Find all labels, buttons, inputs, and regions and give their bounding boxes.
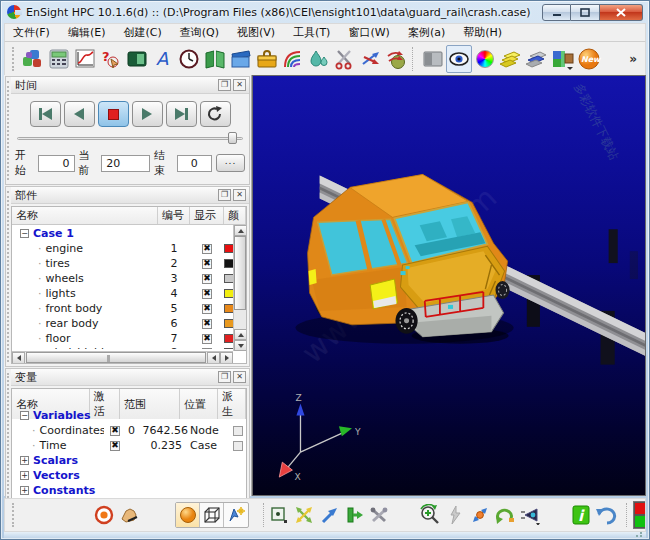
end-time-field[interactable]: 0	[177, 155, 212, 172]
graphics-viewport[interactable]: www.ddooo.com 多彩软件下载站	[252, 75, 646, 496]
wireframe-cube-icon[interactable]	[200, 503, 224, 527]
variables-root-row[interactable]: Variables	[12, 407, 246, 423]
menu-create[interactable]: 创建(C)	[123, 25, 161, 40]
part-row-rear-body[interactable]: ·rear body 6	[12, 316, 233, 331]
time-panel-float-button[interactable]: ❐	[218, 79, 231, 91]
var-group-scalars[interactable]: Scalars	[12, 453, 246, 468]
viewport-layout-icon[interactable]	[420, 45, 446, 73]
maximize-button[interactable]	[571, 4, 600, 21]
scroll-down-button[interactable]	[234, 340, 247, 351]
variables-panel-float-button[interactable]: ❐	[218, 371, 231, 383]
show-checkbox[interactable]	[202, 304, 212, 314]
constants-expander[interactable]	[20, 486, 29, 495]
scalars-expander[interactable]	[20, 456, 29, 465]
menu-help[interactable]: 帮助(H)	[463, 25, 502, 40]
color-swatch[interactable]	[224, 334, 233, 343]
step-first-button[interactable]	[30, 101, 61, 127]
clip-icon[interactable]	[332, 45, 358, 73]
minimize-button[interactable]	[542, 4, 571, 21]
color-swatch[interactable]	[224, 244, 233, 253]
time-panel-close-button[interactable]: ✕	[233, 79, 246, 91]
play-button[interactable]	[132, 101, 163, 127]
gold-layers-icon[interactable]	[498, 45, 524, 73]
scroll-up-button[interactable]	[234, 329, 247, 340]
color-palette-icon[interactable]	[472, 45, 498, 73]
menu-case[interactable]: 案例(a)	[408, 25, 445, 40]
calculator-icon[interactable]	[46, 45, 72, 73]
annotation-icon[interactable]: A	[150, 45, 176, 73]
time-icon[interactable]	[176, 45, 202, 73]
info-icon[interactable]: i	[568, 502, 593, 528]
vectors-expander[interactable]	[20, 471, 29, 480]
menu-view[interactable]: 视图(V)	[237, 25, 275, 40]
color-swatch[interactable]	[224, 304, 233, 313]
start-time-field[interactable]: 0	[38, 155, 75, 172]
flipbook-icon[interactable]	[228, 45, 254, 73]
var-row-coordinates[interactable]: ·Coordinates 07642.56 Node	[12, 423, 246, 438]
parts-horizontal-scrollbar[interactable]	[12, 351, 233, 363]
parts-col-name[interactable]: 名称	[12, 207, 158, 224]
derived-checkbox[interactable]	[233, 426, 243, 436]
blue-layers-icon[interactable]	[524, 45, 550, 73]
menu-file[interactable]: 文件(F)	[13, 25, 50, 40]
scrollbar-thumb[interactable]	[26, 352, 206, 363]
parts-col-show[interactable]: 显示	[190, 207, 224, 224]
exit-icon[interactable]	[341, 502, 366, 528]
scale-icon[interactable]	[467, 502, 492, 528]
loop-button[interactable]	[200, 101, 231, 127]
parts-case-row[interactable]: Case 1	[12, 225, 233, 241]
show-checkbox[interactable]	[202, 244, 212, 254]
look-from-icon[interactable]	[517, 502, 542, 528]
color-swatch[interactable]	[224, 259, 233, 268]
step-last-button[interactable]	[166, 101, 197, 127]
close-button[interactable]	[600, 4, 643, 21]
part-row-front-body[interactable]: ·front body 5	[12, 301, 233, 316]
current-time-field[interactable]: 20	[101, 155, 150, 172]
zoom-reset-icon[interactable]	[417, 502, 442, 528]
scrollbar-thumb[interactable]	[234, 236, 246, 310]
part-row-tires[interactable]: ·tires 2	[12, 256, 233, 271]
part-row-windshield[interactable]: ·windshield 8	[12, 346, 233, 349]
var-group-constants[interactable]: Constants	[12, 483, 246, 498]
isosurface-icon[interactable]	[306, 45, 332, 73]
show-checkbox[interactable]	[202, 319, 212, 329]
show-checkbox[interactable]	[202, 334, 212, 344]
scroll-up-button[interactable]	[234, 225, 247, 236]
record-icon[interactable]	[91, 502, 116, 528]
step-back-button[interactable]	[64, 101, 95, 127]
scroll-left-button[interactable]	[207, 352, 220, 364]
translate-arrow-icon[interactable]	[316, 502, 341, 528]
show-checkbox[interactable]	[202, 289, 212, 299]
scroll-right-button[interactable]	[220, 352, 233, 364]
show-checkbox[interactable]	[202, 259, 212, 269]
palette-red[interactable]	[634, 502, 646, 515]
texture-blocks-icon[interactable]	[550, 45, 576, 73]
shaded-sphere-icon[interactable]	[176, 503, 200, 527]
query-icon[interactable]: ?	[98, 45, 124, 73]
title-bar[interactable]: EnSight HPC 10.1.6(d) :: (D:\Program Fil…	[1, 1, 649, 23]
resize-grip[interactable]	[635, 532, 645, 538]
part-row-floor[interactable]: ·floor 7	[12, 331, 233, 346]
toolbar-drag-handle[interactable]	[12, 47, 17, 71]
pick-sparkle-icon[interactable]	[224, 503, 248, 527]
menu-edit[interactable]: 编辑(E)	[68, 25, 106, 40]
vector-arrow-icon[interactable]	[358, 45, 384, 73]
help-book-icon[interactable]	[202, 45, 228, 73]
active-checkbox[interactable]	[110, 441, 120, 451]
time-slider[interactable]	[17, 132, 243, 144]
time-slider-handle[interactable]	[228, 132, 237, 144]
parts-vertical-scrollbar[interactable]	[233, 225, 246, 351]
parts-col-id[interactable]: 编号	[158, 207, 190, 224]
part-row-wheels[interactable]: ·wheels 3	[12, 271, 233, 286]
var-group-vectors[interactable]: Vectors	[12, 468, 246, 483]
viewport-icon[interactable]	[124, 45, 150, 73]
annotate-hand-icon[interactable]	[116, 502, 141, 528]
menu-window[interactable]: 窗口(W)	[348, 25, 389, 40]
move-snap-icon[interactable]	[291, 502, 316, 528]
menu-tools[interactable]: 工具(T)	[293, 25, 330, 40]
part-row-engine[interactable]: ·engine 1	[12, 241, 233, 256]
parts-panel-close-button[interactable]: ✕	[233, 189, 246, 201]
show-checkbox[interactable]	[202, 274, 212, 284]
toolbox-icon[interactable]	[254, 45, 280, 73]
color-swatch[interactable]	[224, 274, 233, 283]
